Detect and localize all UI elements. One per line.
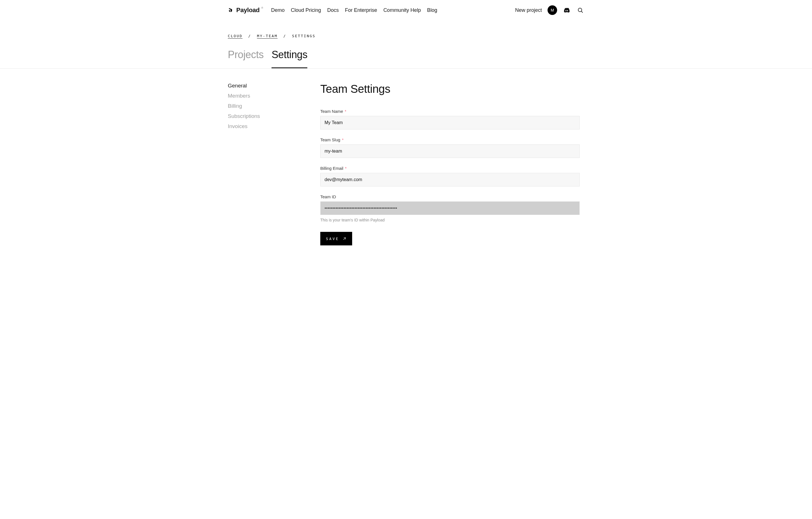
primary-nav: Demo Cloud Pricing Docs For Enterprise C… — [271, 7, 437, 13]
sidenav-item-subscriptions[interactable]: Subscriptions — [228, 113, 307, 119]
settings-content: Team Settings Team Name * Team Slug * Bi… — [320, 83, 580, 245]
nav-item-cloud-pricing[interactable]: Cloud Pricing — [291, 7, 321, 13]
brand-trademark: ® — [261, 6, 263, 9]
svg-line-2 — [343, 238, 345, 240]
label-billing-email: Billing Email — [320, 166, 343, 171]
nav-item-demo[interactable]: Demo — [271, 7, 285, 13]
nav-item-community-help[interactable]: Community Help — [383, 7, 421, 13]
brand-link[interactable]: Payload ® — [228, 6, 264, 14]
field-billing-email: Billing Email * — [320, 166, 580, 187]
team-id-hint: This is your team's ID within Payload — [320, 218, 580, 222]
arrow-up-right-icon — [343, 237, 347, 241]
sidenav-item-members[interactable]: Members — [228, 93, 307, 99]
brand-mark-icon — [228, 7, 233, 13]
breadcrumb-sep: / — [283, 34, 286, 38]
discord-icon[interactable] — [563, 6, 571, 14]
label-team-name: Team Name — [320, 109, 343, 114]
nav-item-docs[interactable]: Docs — [327, 7, 339, 13]
avatar[interactable]: M — [548, 5, 557, 15]
sidenav-item-billing[interactable]: Billing — [228, 103, 307, 109]
breadcrumb: CLOUD / MY-TEAM / SETTINGS — [228, 34, 584, 38]
nav-item-for-enterprise[interactable]: For Enterprise — [345, 7, 377, 13]
tab-projects[interactable]: Projects — [228, 49, 264, 68]
breadcrumb-sep: / — [249, 34, 251, 38]
required-indicator: * — [345, 166, 347, 170]
required-indicator: * — [342, 138, 343, 142]
settings-sidenav: General Members Billing Subscriptions In… — [228, 83, 307, 245]
label-team-id: Team ID — [320, 194, 336, 199]
field-team-id: Team ID This is your team's ID within Pa… — [320, 194, 580, 222]
save-button-label: SAVE — [326, 237, 339, 241]
app-header: Payload ® Demo Cloud Pricing Docs For En… — [228, 0, 584, 20]
team-id-input — [320, 201, 580, 215]
nav-item-blog[interactable]: Blog — [427, 7, 437, 13]
new-project-link[interactable]: New project — [515, 7, 542, 13]
svg-line-1 — [581, 11, 582, 12]
required-indicator: * — [345, 109, 346, 113]
tab-settings[interactable]: Settings — [271, 49, 307, 68]
search-icon[interactable] — [576, 6, 584, 14]
sidenav-item-general[interactable]: General — [228, 83, 307, 89]
brand-name: Payload — [236, 6, 260, 14]
field-team-slug: Team Slug * — [320, 137, 580, 158]
label-team-slug: Team Slug — [320, 137, 340, 142]
field-team-name: Team Name * — [320, 109, 580, 130]
page-title: Team Settings — [320, 83, 580, 95]
breadcrumb-settings: SETTINGS — [292, 34, 316, 38]
team-name-input[interactable] — [320, 116, 580, 130]
tabs: Projects Settings — [228, 49, 584, 68]
billing-email-input[interactable] — [320, 173, 580, 187]
save-button[interactable]: SAVE — [320, 232, 352, 245]
team-slug-input[interactable] — [320, 144, 580, 158]
sidenav-item-invoices[interactable]: Invoices — [228, 123, 307, 130]
breadcrumb-my-team[interactable]: MY-TEAM — [257, 34, 278, 38]
breadcrumb-cloud[interactable]: CLOUD — [228, 34, 242, 38]
